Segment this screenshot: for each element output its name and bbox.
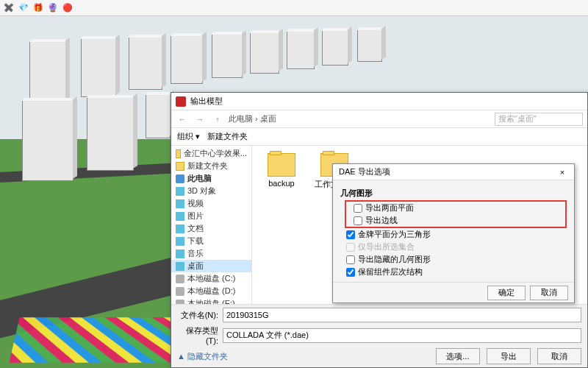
- tree-label: 下载: [187, 236, 204, 247]
- highlight-box: 导出两面平面 导出边线: [345, 200, 567, 228]
- tree-item[interactable]: 视频: [171, 197, 251, 210]
- options-title-text: DAE 导出选项: [339, 166, 390, 177]
- folder-icon: [176, 199, 184, 208]
- close-icon[interactable]: ×: [556, 168, 568, 177]
- filename-input[interactable]: [223, 308, 581, 322]
- group-geometry: 几何图形: [340, 188, 567, 199]
- folder-icon: [176, 250, 184, 258]
- tree-label: 本地磁盘 (D:): [187, 286, 235, 297]
- tool-ruby1-icon[interactable]: 💎: [18, 2, 29, 14]
- save-button[interactable]: 导出: [487, 348, 531, 364]
- tree-item[interactable]: 桌面: [171, 260, 251, 272]
- tool-ruby4-icon[interactable]: 🔴: [62, 2, 74, 14]
- main-toolbar: ✖️ 💎 🎁 🔮 🔴: [0, 0, 588, 16]
- chk-hierarchy[interactable]: [346, 268, 355, 277]
- nav-fwd-icon[interactable]: →: [193, 115, 207, 124]
- tree-label: 此电脑: [187, 173, 212, 184]
- tree-item[interactable]: 此电脑: [171, 172, 251, 185]
- app-icon: [176, 96, 186, 107]
- dialog-footer: 文件名(N): 保存类型(T): ▲ 隐藏文件夹 选项... 导出 取消: [171, 304, 587, 367]
- nav-tree[interactable]: 金汇中心学效果...新建文件夹此电脑3D 对象视频图片文档下载音乐桌面本地磁盘 …: [171, 146, 252, 304]
- tree-item[interactable]: 新建文件夹: [171, 160, 251, 172]
- organize-menu[interactable]: 组织 ▾: [177, 131, 200, 142]
- tree-label: 新建文件夹: [187, 160, 228, 171]
- tree-item[interactable]: 本地磁盘 (E:): [171, 297, 251, 304]
- folder-icon: [176, 224, 184, 233]
- filetype-label: 保存类型(T):: [177, 325, 218, 345]
- dae-options-dialog: DAE 导出选项 × 几何图形 导出两面平面 导出边线 金牌平面分为三角形 仅导…: [332, 163, 575, 303]
- folder-icon: [176, 287, 184, 296]
- folder-icon: [176, 174, 184, 183]
- nav-bar: ← → ↑ 此电脑 › 桌面 搜索"桌面": [171, 110, 587, 128]
- folder-icon: [176, 237, 184, 246]
- chk-selection: [346, 243, 355, 252]
- ok-button[interactable]: 确定: [487, 286, 526, 300]
- tool-pencil-icon[interactable]: ✖️: [3, 2, 15, 14]
- folder-icon: [176, 187, 184, 196]
- folder-icon: [268, 153, 295, 177]
- colorful-building: [9, 317, 182, 363]
- tree-label: 桌面: [187, 261, 204, 272]
- folder-icon: [176, 149, 181, 158]
- tree-item[interactable]: 下载: [171, 235, 251, 247]
- chk-hidden[interactable]: [346, 255, 355, 264]
- options-button[interactable]: 选项...: [436, 348, 480, 364]
- chk-two-sided[interactable]: [354, 204, 362, 213]
- tree-label: 金汇中心学效果...: [184, 148, 247, 159]
- tree-label: 3D 对象: [187, 185, 216, 197]
- folder-icon: [176, 162, 184, 171]
- file-item[interactable]: backup: [259, 153, 304, 188]
- file-label: backup: [268, 179, 294, 188]
- tree-label: 音乐: [187, 248, 204, 259]
- tree-label: 本地磁盘 (C:): [187, 273, 235, 284]
- cancel-button[interactable]: 取消: [537, 348, 581, 364]
- tree-item[interactable]: 本地磁盘 (D:): [171, 285, 251, 297]
- newfolder-button[interactable]: 新建文件夹: [207, 131, 248, 142]
- tool-ruby2-icon[interactable]: 🎁: [32, 2, 44, 14]
- dialog-titlebar[interactable]: 输出模型: [171, 93, 587, 110]
- dialog-title-text: 输出模型: [190, 96, 223, 107]
- folder-icon: [176, 262, 184, 271]
- chk-edges[interactable]: [354, 216, 362, 225]
- tree-item[interactable]: 音乐: [171, 247, 251, 260]
- tool-ruby3-icon[interactable]: 🔮: [47, 2, 59, 14]
- breadcrumb[interactable]: 此电脑 › 桌面: [229, 113, 490, 124]
- tree-item[interactable]: 文档: [171, 222, 251, 235]
- folder-icon: [176, 275, 184, 283]
- tree-item[interactable]: 本地磁盘 (C:): [171, 272, 251, 285]
- sub-toolbar: 组织 ▾ 新建文件夹: [171, 128, 587, 146]
- chk-triangulate[interactable]: [346, 230, 355, 239]
- tree-item[interactable]: 金汇中心学效果...: [171, 147, 251, 160]
- tree-item[interactable]: 3D 对象: [171, 185, 251, 197]
- nav-up-icon[interactable]: ↑: [211, 115, 224, 124]
- collapse-folders[interactable]: ▲ 隐藏文件夹: [177, 351, 228, 362]
- tree-label: 文档: [187, 223, 204, 234]
- filename-label: 文件名(N):: [177, 310, 218, 321]
- folder-icon: [176, 212, 184, 221]
- tree-label: 本地磁盘 (E:): [187, 298, 235, 304]
- tree-label: 视频: [187, 198, 204, 209]
- search-input[interactable]: 搜索"桌面": [495, 113, 583, 126]
- filetype-select[interactable]: [223, 328, 581, 343]
- tree-label: 图片: [187, 210, 204, 222]
- tree-item[interactable]: 图片: [171, 210, 251, 222]
- options-titlebar[interactable]: DAE 导出选项 ×: [333, 164, 574, 180]
- opt-cancel-button[interactable]: 取消: [530, 286, 568, 300]
- nav-back-icon[interactable]: ←: [176, 115, 189, 124]
